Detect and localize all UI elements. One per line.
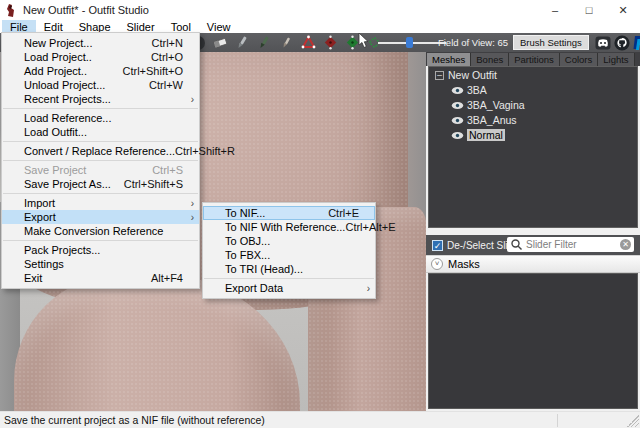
mesh-tree: – New Outfit 3BA 3BA_Vagina 3BA_Anus — [428, 66, 638, 228]
submenu-arrow-icon: › — [191, 198, 194, 209]
github-icon[interactable] — [614, 35, 630, 51]
slider-select-row: ✓ De-/Select Sliders Slider Filter ✕ — [426, 235, 640, 255]
masks-pane-header[interactable]: ˅ Masks — [426, 255, 640, 273]
menu-item-import[interactable]: Import› — [2, 196, 199, 210]
eye-icon[interactable] — [451, 116, 464, 125]
tab-lights[interactable]: Lights — [598, 53, 634, 66]
slider-filter-placeholder: Slider Filter — [526, 239, 620, 250]
title-bar: New Outfit* - Outfit Studio – □ ✕ — [0, 0, 640, 20]
mesh-item-label: Normal — [467, 129, 505, 141]
right-panel: Meshes Bones Partitions Colors Lights – … — [426, 52, 640, 411]
menu-item-to-tri-head[interactable]: To TRI (Head)... — [203, 262, 375, 276]
tab-bones[interactable]: Bones — [471, 53, 509, 66]
menu-item-new-project[interactable]: New Project...Ctrl+N — [2, 36, 199, 50]
move-vertex-icon[interactable] — [300, 34, 317, 51]
slider-filter-input[interactable]: Slider Filter ✕ — [507, 237, 634, 252]
tree-root-row[interactable]: – New Outfit — [429, 68, 637, 82]
menu-item-save-project-as[interactable]: Save Project As...Ctrl+Shift+S — [2, 177, 199, 191]
status-bar: Save the current project as a NIF file (… — [0, 411, 640, 428]
collapse-vertex-icon[interactable] — [322, 34, 339, 51]
menu-item-make-conversion-reference[interactable]: Make Conversion Reference — [2, 224, 199, 238]
menu-item-export[interactable]: Export› — [2, 210, 199, 224]
menu-separator — [3, 240, 198, 241]
eye-icon[interactable] — [451, 101, 464, 110]
menu-item-export-data[interactable]: Export Data› — [203, 281, 375, 295]
chevron-down-icon[interactable]: ˅ — [431, 258, 443, 270]
clear-filter-icon[interactable]: ✕ — [620, 239, 631, 250]
brush-settings-button[interactable]: Brush Settings — [513, 35, 589, 50]
tree-row-selected[interactable]: Normal — [429, 128, 637, 142]
menu-item-add-project[interactable]: Add Project..Ctrl+Shift+O — [2, 64, 199, 78]
deflate-brush-icon[interactable] — [256, 34, 273, 51]
menu-item-pack-projects[interactable]: Pack Projects... — [2, 243, 199, 257]
menu-item-convert-replace-reference[interactable]: Convert / Replace Reference...Ctrl+Shift… — [2, 144, 199, 158]
menu-item-exit[interactable]: ExitAlt+F4 — [2, 271, 199, 285]
menu-separator — [3, 141, 198, 142]
menu-item-load-outfit[interactable]: Load Outfit... — [2, 125, 199, 139]
tree-row[interactable]: 3BA_Vagina — [429, 98, 637, 112]
discord-icon[interactable] — [595, 35, 611, 51]
menu-item-unload-project[interactable]: Unload Project...Ctrl+W — [2, 78, 199, 92]
window-title: New Outfit* - Outfit Studio — [23, 4, 149, 16]
tab-partitions[interactable]: Partitions — [509, 53, 560, 66]
menu-item-save-project[interactable]: Save ProjectCtrl+S — [2, 163, 199, 177]
maximize-button[interactable]: □ — [572, 0, 606, 20]
tab-meshes[interactable]: Meshes — [427, 53, 471, 66]
paypal-icon[interactable] — [631, 35, 640, 51]
status-divider — [557, 414, 558, 427]
mesh-item-label: 3BA_Vagina — [467, 99, 525, 111]
slider-handle[interactable] — [406, 37, 413, 48]
tree-row[interactable]: 3BA_Anus — [429, 113, 637, 127]
tree-root-label: New Outfit — [448, 69, 497, 81]
select-sliders-checkbox[interactable]: ✓ — [432, 240, 443, 251]
eye-icon[interactable] — [451, 131, 464, 140]
tab-colors[interactable]: Colors — [560, 53, 598, 66]
submenu-arrow-icon: › — [191, 94, 194, 105]
menu-item-to-nif-with-reference[interactable]: To NIF With Reference...Ctrl+Alt+E — [203, 220, 375, 234]
mesh-item-label: 3BA_Anus — [467, 114, 517, 126]
inflate-brush-icon[interactable] — [234, 34, 251, 51]
menu-separator — [3, 108, 198, 109]
menu-item-settings[interactable]: Settings — [2, 257, 199, 271]
search-icon — [510, 238, 523, 251]
menu-item-to-obj[interactable]: To OBJ... — [203, 234, 375, 248]
eye-icon[interactable] — [451, 86, 464, 95]
outfit-studio-window: New Outfit* - Outfit Studio – □ ✕ File E… — [0, 0, 640, 428]
menu-item-recent-projects[interactable]: Recent Projects...› — [2, 92, 199, 106]
smooth-brush-icon[interactable] — [278, 34, 295, 51]
collapse-icon[interactable]: – — [435, 71, 444, 80]
close-button[interactable]: ✕ — [606, 0, 640, 20]
field-of-view-label: Field of View: 65 — [430, 37, 508, 48]
menu-view[interactable]: View — [199, 20, 239, 33]
sliders-pane — [428, 273, 638, 409]
menu-item-to-fbx[interactable]: To FBX... — [203, 248, 375, 262]
mouse-cursor — [358, 33, 370, 49]
file-menu-dropdown: New Project...Ctrl+N Load Project..Ctrl+… — [1, 32, 200, 289]
resize-grip[interactable] — [627, 415, 639, 427]
submenu-arrow-icon: › — [367, 283, 370, 294]
minimize-button[interactable]: – — [538, 0, 572, 20]
menu-separator — [3, 160, 198, 161]
eraser-icon[interactable] — [212, 34, 229, 51]
menu-item-to-nif[interactable]: To NIF...Ctrl+E — [203, 206, 375, 220]
submenu-arrow-icon: › — [191, 212, 194, 223]
menu-item-load-project[interactable]: Load Project..Ctrl+O — [2, 50, 199, 64]
menu-separator — [3, 193, 198, 194]
masks-label: Masks — [448, 258, 480, 270]
tree-row[interactable]: 3BA — [429, 83, 637, 97]
mesh-tab-bar: Meshes Bones Partitions Colors Lights — [426, 52, 640, 66]
export-submenu: To NIF...Ctrl+E To NIF With Reference...… — [202, 202, 376, 299]
app-logo-icon — [5, 4, 17, 17]
mesh-item-label: 3BA — [467, 84, 487, 96]
menu-separator — [204, 278, 374, 279]
status-text: Save the current project as a NIF file (… — [0, 414, 265, 426]
menu-item-load-reference[interactable]: Load Reference... — [2, 111, 199, 125]
